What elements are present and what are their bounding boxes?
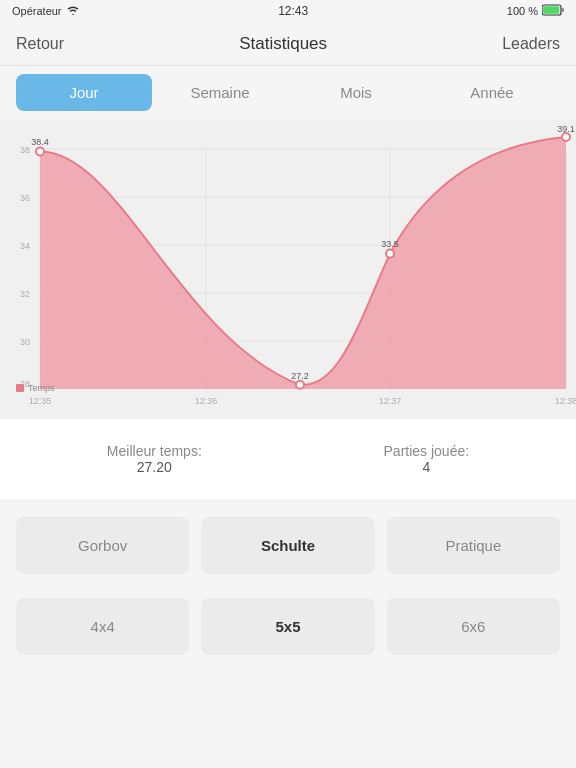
- tab-annee[interactable]: Année: [424, 74, 560, 111]
- tab-semaine[interactable]: Semaine: [152, 74, 288, 111]
- tab-jour[interactable]: Jour: [16, 74, 152, 111]
- wifi-icon: [66, 5, 80, 17]
- svg-text:12:38: 12:38: [555, 396, 576, 406]
- category-row-1: Gorbov Schulte Pratique: [0, 507, 576, 584]
- nav-bar: Retour Statistiques Leaders: [0, 22, 576, 66]
- games-played-label: Parties jouée:: [384, 443, 470, 459]
- legend-color: [16, 384, 24, 392]
- chart-svg: 38 36 34 32 30 28 38.4 27.2 33.5 39.1 12…: [0, 119, 576, 419]
- svg-text:12:36: 12:36: [195, 396, 218, 406]
- cat-schulte[interactable]: Schulte: [201, 517, 374, 574]
- cat-6x6[interactable]: 6x6: [387, 598, 560, 655]
- svg-text:33.5: 33.5: [381, 239, 399, 249]
- leaders-button[interactable]: Leaders: [502, 35, 560, 53]
- best-time-label: Meilleur temps:: [107, 443, 202, 459]
- best-time-value: 27.20: [107, 459, 202, 475]
- svg-rect-1: [543, 6, 559, 14]
- cat-4x4[interactable]: 4x4: [16, 598, 189, 655]
- cat-gorbov[interactable]: Gorbov: [16, 517, 189, 574]
- page-title: Statistiques: [239, 34, 327, 54]
- stats-section: Meilleur temps: 27.20 Parties jouée: 4: [0, 419, 576, 499]
- cat-5x5[interactable]: 5x5: [201, 598, 374, 655]
- battery-info: 100 %: [507, 4, 564, 18]
- carrier-info: Opérateur: [12, 5, 80, 17]
- carrier-name: Opérateur: [12, 5, 62, 17]
- best-time-stat: Meilleur temps: 27.20: [107, 443, 202, 475]
- svg-text:12:37: 12:37: [379, 396, 402, 406]
- svg-point-20: [36, 148, 44, 156]
- games-played-value: 4: [384, 459, 470, 475]
- tab-bar: Jour Semaine Mois Année: [0, 66, 576, 119]
- chart-legend: Temps: [16, 383, 55, 393]
- tab-mois[interactable]: Mois: [288, 74, 424, 111]
- svg-text:38: 38: [20, 145, 30, 155]
- svg-text:39.1: 39.1: [557, 124, 575, 134]
- svg-text:12:35: 12:35: [29, 396, 52, 406]
- legend-label: Temps: [28, 383, 55, 393]
- battery-icon: [542, 4, 564, 18]
- svg-text:30: 30: [20, 337, 30, 347]
- svg-point-21: [296, 381, 304, 389]
- svg-point-22: [386, 250, 394, 258]
- battery-text: 100 %: [507, 5, 538, 17]
- svg-text:27.2: 27.2: [291, 371, 309, 381]
- back-button[interactable]: Retour: [16, 35, 64, 53]
- status-bar: Opérateur 12:43 100 %: [0, 0, 576, 22]
- svg-text:34: 34: [20, 241, 30, 251]
- svg-rect-2: [562, 8, 564, 12]
- cat-pratique[interactable]: Pratique: [387, 517, 560, 574]
- svg-text:38.4: 38.4: [31, 137, 49, 147]
- games-played-stat: Parties jouée: 4: [384, 443, 470, 475]
- svg-point-23: [562, 133, 570, 141]
- svg-text:32: 32: [20, 289, 30, 299]
- svg-text:36: 36: [20, 193, 30, 203]
- status-time: 12:43: [278, 4, 308, 18]
- chart-area: 38 36 34 32 30 28 38.4 27.2 33.5 39.1 12…: [0, 119, 576, 419]
- category-row-2: 4x4 5x5 6x6: [0, 588, 576, 665]
